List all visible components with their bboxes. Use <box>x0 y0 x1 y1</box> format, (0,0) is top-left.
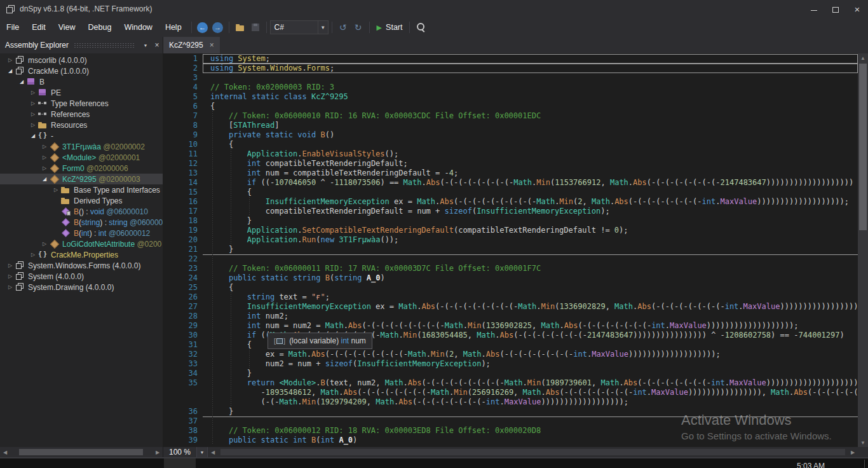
code-text[interactable]: internal static class KcZ^9295 <box>203 92 858 102</box>
code-text[interactable]: int num = compatibleTextRenderingDefault… <box>203 169 858 178</box>
code-line[interactable]: 13 int num = compatibleTextRenderingDefa… <box>163 169 858 178</box>
expander-icon[interactable]: ▷ <box>5 57 15 63</box>
code-line[interactable]: 2using System.Windows.Forms; <box>163 64 858 73</box>
code-line[interactable]: 27 InsufficientMemoryException ex = Math… <box>163 302 858 312</box>
code-line[interactable]: 9 private static void B() <box>163 130 858 140</box>
code-line[interactable]: 1using System; <box>163 54 858 64</box>
expander-icon[interactable]: ▷ <box>39 241 50 247</box>
tree-item[interactable]: B() : void @06000010 <box>0 206 163 217</box>
code-line[interactable]: 39 public static int B(int A_0) <box>163 436 858 445</box>
code-view[interactable]: 1using System;2using System.Windows.Form… <box>163 53 858 447</box>
code-text[interactable]: int num = num2 = Math.Abs(-(-(-(-(-(-(-(… <box>203 321 858 331</box>
tree-item[interactable]: ▷System.Drawing (4.0.0.0) <box>0 282 163 292</box>
code-line[interactable]: 24 public static string B(string A_0) <box>163 273 858 283</box>
panel-close-button[interactable]: × <box>151 37 163 53</box>
expander-icon[interactable]: ◢ <box>5 68 15 74</box>
code-text[interactable]: } <box>203 407 858 416</box>
chevron-down-icon[interactable]: ▼ <box>318 21 328 34</box>
scrollbar-thumb[interactable] <box>220 449 845 455</box>
tree-item[interactable]: Derived Types <box>0 195 163 206</box>
tree-item[interactable]: ▷Resources <box>0 120 163 130</box>
code-text[interactable]: compatibleTextRenderingDefault = num + s… <box>203 207 858 216</box>
code-text[interactable]: InsufficientMemoryException ex = Math.Ab… <box>203 302 858 312</box>
code-text[interactable]: [STAThread] <box>203 121 858 130</box>
expander-icon[interactable]: ◢ <box>28 133 38 139</box>
code-line[interactable]: 34 } <box>163 369 858 378</box>
save-all-button[interactable] <box>248 20 263 35</box>
code-line[interactable]: 20 Application.Run(new 3T1Frµwàa()); <box>163 235 858 245</box>
code-line[interactable]: 37 <box>163 416 858 426</box>
code-line[interactable]: 21 } <box>163 245 858 254</box>
menu-window[interactable]: Window <box>118 18 158 37</box>
code-line[interactable]: 3 <box>163 73 858 83</box>
expander-icon[interactable]: ▷ <box>28 252 38 258</box>
code-line[interactable]: 22 <box>163 254 858 264</box>
expander-icon[interactable]: ▷ <box>51 187 61 193</box>
code-text[interactable]: { <box>203 188 858 197</box>
code-line[interactable]: 15 { <box>163 188 858 197</box>
assembly-tree-hscrollbar[interactable]: ◀ ▶ <box>0 447 163 457</box>
scroll-down-icon[interactable]: ▼ <box>858 438 868 447</box>
expander-icon[interactable]: ▷ <box>28 122 38 128</box>
tree-item[interactable]: B(string) : string @060000 <box>0 217 163 228</box>
undo-button[interactable]: ↺ <box>336 20 351 35</box>
code-text[interactable]: // Token: 0x06000010 RID: 16 RVA: 0x0000… <box>203 111 858 121</box>
tree-item[interactable]: ▷System (4.0.0.0) <box>0 271 163 282</box>
code-line[interactable]: 7 // Token: 0x06000010 RID: 16 RVA: 0x00… <box>163 111 858 121</box>
editor-hscrollbar[interactable]: 100 % ▼ ◀ ▶ <box>163 447 868 457</box>
panel-drag-area[interactable] <box>74 43 135 48</box>
navigate-back-button[interactable]: ← <box>195 20 210 35</box>
code-text[interactable]: } <box>203 216 858 226</box>
code-line[interactable]: 8 [STAThread] <box>163 121 858 130</box>
code-text[interactable]: public static int B(int A_0) <box>203 436 858 445</box>
code-line[interactable]: 12 int compatibleTextRenderingDefault; <box>163 159 858 169</box>
scroll-right-icon[interactable]: ▶ <box>848 450 858 455</box>
zoom-level[interactable]: 100 % <box>163 448 196 457</box>
editor-vscrollbar[interactable]: ▲ ▼ <box>858 53 868 447</box>
panel-menu-button[interactable]: ▼ <box>140 37 151 53</box>
menu-debug[interactable]: Debug <box>82 18 118 37</box>
code-text[interactable]: string text = "ғ"; <box>203 292 858 302</box>
code-line[interactable]: 11 Application.EnableVisualStyles(); <box>163 149 858 159</box>
language-combobox[interactable]: C# ▼ <box>270 20 329 34</box>
code-line[interactable]: 18 } <box>163 216 858 226</box>
code-text[interactable]: int num2; <box>203 312 858 321</box>
code-line[interactable]: (-(-Math.Min(1929794209, Math.Abs(-(-(-(… <box>163 397 858 407</box>
code-text[interactable]: (-(-Math.Min(1929794209, Math.Abs(-(-(-(… <box>203 397 858 407</box>
menu-edit[interactable]: Edit <box>25 18 52 37</box>
code-text[interactable]: public static string B(string A_0) <box>203 273 858 283</box>
tree-item[interactable]: ▷Base Type and Interfaces <box>0 184 163 195</box>
expander-icon[interactable]: ▷ <box>39 155 50 160</box>
code-text[interactable]: using System.Windows.Forms; <box>203 64 858 73</box>
taskbar-clock[interactable]: 5:03 AM <box>797 462 841 468</box>
code-line[interactable]: 29 int num = num2 = Math.Abs(-(-(-(-(-(-… <box>163 321 858 331</box>
redo-button[interactable]: ↻ <box>351 20 366 35</box>
code-line[interactable]: 26 string text = "ғ"; <box>163 292 858 302</box>
expander-icon[interactable]: ◢ <box>17 79 27 85</box>
code-text[interactable]: } <box>203 369 858 378</box>
code-line[interactable]: 35 return <Module>.B(text, num2, Math.Ab… <box>163 378 858 388</box>
taskbar-app-button[interactable] <box>164 458 196 468</box>
tree-item[interactable]: ◢- <box>0 130 163 141</box>
code-line[interactable]: 23 // Token: 0x06000011 RID: 17 RVA: 0x0… <box>163 264 858 273</box>
code-text[interactable]: // Token: 0x06000012 RID: 18 RVA: 0x0000… <box>203 426 858 436</box>
code-text[interactable]: { <box>203 140 858 149</box>
tree-item[interactable]: ▷PE <box>0 87 163 98</box>
tab-close-icon[interactable]: × <box>210 41 214 50</box>
tree-item[interactable]: B(int) : int @06000012 <box>0 228 163 238</box>
tree-item[interactable]: ▷System.Windows.Forms (4.0.0.0) <box>0 260 163 271</box>
code-line[interactable]: 14 if ((-107046050 ^ -1118073506) == Mat… <box>163 178 858 188</box>
code-text[interactable]: -1893548612, Math.Abs(-(-(-(-(-(-(-(-Mat… <box>203 388 858 397</box>
code-text[interactable]: // Token: 0x02000003 RID: 3 <box>203 83 858 92</box>
tree-item[interactable]: ▷<Module> @02000001 <box>0 152 163 163</box>
code-text[interactable]: { <box>203 283 858 292</box>
code-text[interactable]: { <box>203 102 858 111</box>
tree-item[interactable]: ▷Type References <box>0 98 163 109</box>
expander-icon[interactable]: ▷ <box>39 165 50 171</box>
code-line[interactable]: 10 { <box>163 140 858 149</box>
scrollbar-thumb[interactable] <box>19 449 143 455</box>
expander-icon[interactable]: ▷ <box>28 90 38 95</box>
scroll-left-icon[interactable]: ◀ <box>208 450 218 455</box>
tree-item[interactable]: ▷References <box>0 109 163 120</box>
expander-icon[interactable]: ▷ <box>5 273 15 279</box>
